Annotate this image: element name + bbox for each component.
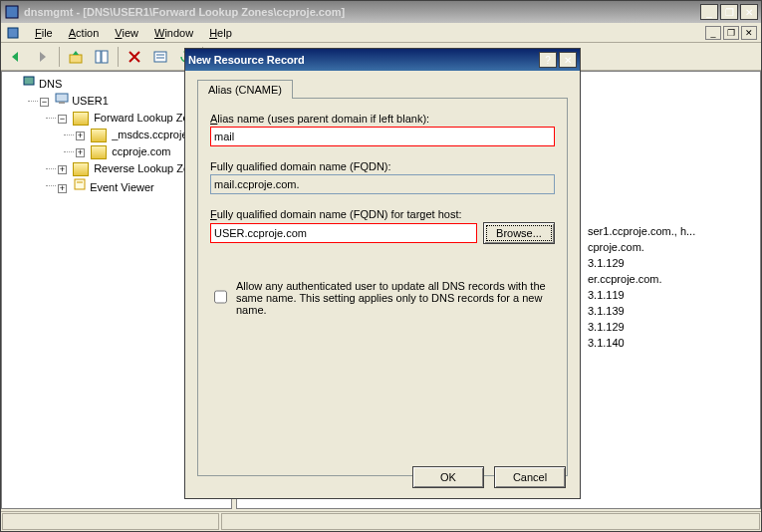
menu-window[interactable]: Window: [148, 25, 199, 41]
alias-name-label: Alias name (uses parent domain if left b…: [210, 113, 555, 125]
main-title: dnsmgmt - [DNS\USER1\Forward Lookup Zone…: [24, 6, 700, 18]
menu-view[interactable]: View: [109, 25, 144, 41]
status-cell: [221, 513, 760, 530]
svg-rect-12: [59, 102, 65, 104]
fqdn-readonly: [210, 174, 555, 194]
collapse-icon[interactable]: −: [40, 98, 49, 107]
collapse-icon[interactable]: −: [58, 115, 67, 124]
help-button[interactable]: ?: [539, 52, 557, 68]
record-row[interactable]: 3.1.129: [588, 319, 754, 335]
event-icon: [73, 181, 87, 193]
back-button[interactable]: [5, 45, 29, 69]
svg-rect-13: [75, 179, 85, 189]
svg-rect-1: [8, 28, 18, 38]
dialog-close-button[interactable]: ✕: [559, 52, 577, 68]
mdi-restore[interactable]: ❐: [723, 26, 739, 40]
record-row[interactable]: 3.1.119: [588, 287, 754, 303]
expand-icon[interactable]: +: [76, 148, 85, 157]
dialog-titlebar[interactable]: New Resource Record ? ✕: [185, 49, 580, 71]
tab-panel: Alias name (uses parent domain if left b…: [197, 98, 568, 476]
fqdn-label: Fully qualified domain name (FQDN):: [210, 160, 555, 172]
menu-help[interactable]: Help: [203, 25, 238, 41]
maximize-button[interactable]: ❐: [720, 4, 738, 20]
status-cell: [2, 513, 219, 530]
mdi-icon: [5, 25, 21, 41]
mdi-minimize[interactable]: _: [705, 26, 721, 40]
show-hide-button[interactable]: [90, 45, 114, 69]
server-icon: [22, 78, 36, 90]
allow-update-label: Allow any authenticated user to update a…: [236, 280, 555, 316]
app-icon: [4, 4, 20, 20]
svg-rect-11: [56, 94, 68, 102]
tree-server-label: USER1: [72, 95, 109, 107]
main-titlebar[interactable]: dnsmgmt - [DNS\USER1\Forward Lookup Zone…: [1, 1, 761, 23]
zone-icon: [91, 145, 107, 159]
alias-name-input[interactable]: [210, 127, 555, 146]
tree-zone2-label: ccproje.com: [112, 145, 170, 157]
computer-icon: [55, 95, 69, 107]
svg-rect-3: [96, 51, 101, 63]
properties-button[interactable]: [148, 45, 172, 69]
menu-action[interactable]: Action: [63, 25, 106, 41]
cancel-button[interactable]: Cancel: [494, 466, 566, 488]
tree-root-label: DNS: [39, 78, 62, 90]
tab-alias-cname[interactable]: Alias (CNAME): [197, 80, 293, 99]
browse-button[interactable]: Browse...: [483, 222, 555, 244]
target-host-input[interactable]: [210, 223, 477, 243]
menubar: File Action View Window Help _ ❐ ✕: [1, 23, 761, 43]
status-bar: [1, 511, 761, 531]
svg-rect-4: [102, 51, 108, 63]
svg-rect-0: [6, 6, 18, 18]
up-button[interactable]: [64, 45, 88, 69]
folder-icon: [73, 162, 89, 176]
record-row[interactable]: 3.1.129: [588, 255, 754, 271]
expand-icon[interactable]: +: [76, 132, 85, 140]
minimize-button[interactable]: _: [700, 4, 718, 20]
record-row[interactable]: cproje.com.: [588, 239, 754, 255]
ok-button[interactable]: OK: [412, 466, 484, 488]
record-row[interactable]: 3.1.139: [588, 303, 754, 319]
record-row[interactable]: ser1.ccproje.com., h...: [588, 223, 754, 239]
zone-icon: [91, 129, 107, 142]
svg-rect-5: [154, 52, 166, 62]
tree-ev-label: Event Viewer: [90, 181, 154, 193]
close-button[interactable]: ✕: [740, 4, 758, 20]
mdi-close[interactable]: ✕: [741, 26, 757, 40]
allow-update-checkbox[interactable]: [214, 281, 227, 313]
expand-icon[interactable]: +: [58, 184, 67, 193]
svg-rect-10: [24, 77, 34, 85]
record-row[interactable]: 3.1.140: [588, 335, 754, 351]
forward-button[interactable]: [31, 45, 55, 69]
new-resource-record-dialog: New Resource Record ? ✕ Alias (CNAME) Al…: [184, 48, 581, 499]
folder-icon: [73, 112, 89, 126]
expand-icon[interactable]: +: [58, 165, 67, 174]
target-fqdn-label: Fully qualified domain name (FQDN) for t…: [210, 208, 555, 220]
record-row[interactable]: er.ccproje.com.: [588, 271, 754, 287]
delete-button[interactable]: [123, 45, 146, 69]
menu-file[interactable]: File: [29, 25, 59, 41]
dialog-title: New Resource Record: [188, 54, 539, 66]
svg-rect-2: [70, 55, 82, 63]
